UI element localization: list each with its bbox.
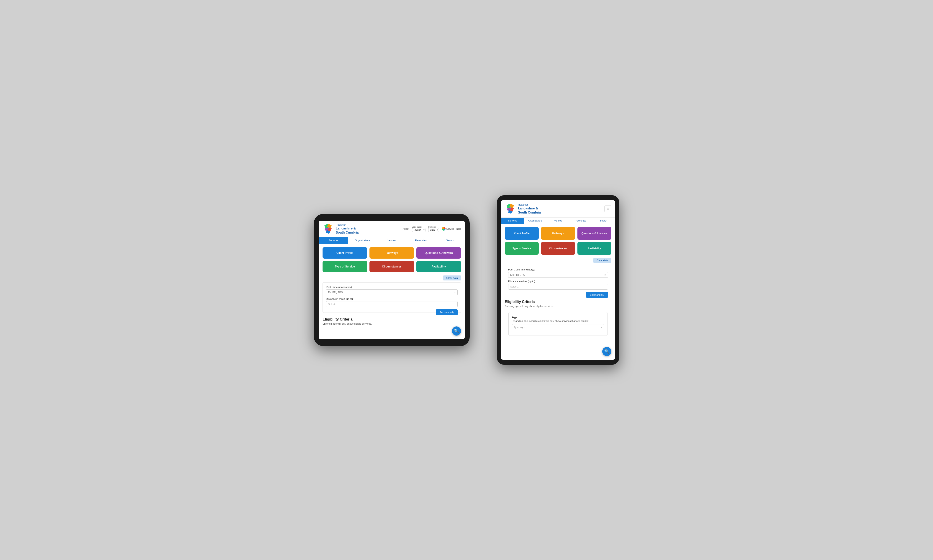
logo-icon — [322, 223, 333, 234]
service-finder-icon — [442, 227, 446, 231]
age-form-section: Age: By adding age, search results will … — [509, 312, 608, 336]
distance-select-right[interactable]: Select... 151020 — [508, 284, 608, 289]
logo-line2: Lancashire & — [336, 226, 359, 230]
left-header: Healthier Lancashire & South Cumbria Abo… — [319, 221, 465, 237]
eligibility-sub-right: Entering age will only show eligible ser… — [505, 305, 611, 308]
questions-answers-btn-left[interactable]: Questions & Answers — [416, 247, 461, 258]
tab-venues-left[interactable]: Venues — [377, 237, 406, 244]
right-header: Healthier Lancashire & South Cumbria ☰ — [501, 200, 615, 218]
client-profile-btn-right[interactable]: Client Profile — [505, 227, 539, 240]
postcode-clear-icon-right[interactable]: × — [604, 273, 606, 276]
postcode-input-wrapper-left: × — [326, 289, 458, 295]
language-group: Language: English — [412, 226, 426, 232]
distance-select-left[interactable]: Select... 151020 — [326, 301, 458, 307]
circumstances-btn-right[interactable]: Circumstances — [541, 242, 575, 255]
eligibility-sub-left: Entering age will only show eligible ser… — [322, 322, 461, 325]
context-select-wrapper[interactable]: Main — [428, 228, 439, 232]
distance-select-wrapper-left: Select... 151020 — [326, 301, 458, 307]
language-select[interactable]: English — [412, 228, 426, 232]
tab-search-left[interactable]: Search — [435, 237, 465, 244]
left-clear-row: Clear data — [319, 275, 465, 282]
postcode-label-left: Post Code (mandatory): — [326, 286, 458, 288]
about-link[interactable]: About — [403, 228, 409, 230]
postcode-input-wrapper-right: × — [508, 272, 608, 278]
eligibility-title-left: Eligibility Criteria — [322, 317, 461, 322]
logo-area: Healthier Lancashire & South Cumbria — [322, 223, 403, 235]
tab-organisations-right[interactable]: Organisations — [524, 218, 547, 224]
client-profile-btn-left[interactable]: Client Profile — [322, 247, 367, 258]
left-screen: Healthier Lancashire & South Cumbria Abo… — [319, 221, 465, 339]
tab-organisations-left[interactable]: Organisations — [348, 237, 377, 244]
availability-btn-left[interactable]: Availability — [416, 261, 461, 272]
right-form-section: Post Code (mandatory): × Distance in mil… — [505, 265, 611, 295]
hamburger-button[interactable]: ☰ — [605, 206, 611, 212]
age-input[interactable] — [512, 324, 604, 330]
right-nav-tabs: Services Organisations Venues Favourites… — [501, 218, 615, 224]
service-finder-badge: Service Finder — [442, 227, 461, 231]
circumstances-btn-left[interactable]: Circumstances — [370, 261, 414, 272]
set-manually-btn-left[interactable]: Set manually — [436, 309, 458, 315]
distance-select-wrapper-right: Select... 151020 — [508, 284, 608, 289]
type-of-service-btn-left[interactable]: Type of Service — [322, 261, 367, 272]
age-input-wrapper: × — [512, 324, 604, 330]
postcode-input-right[interactable] — [508, 272, 608, 278]
logo-text: Healthier Lancashire & South Cumbria — [336, 223, 359, 235]
right-logo-line3: South Cumbria — [518, 210, 541, 214]
clear-data-btn-left[interactable]: Clear data — [443, 275, 461, 280]
logo-line1: Healthier — [336, 223, 359, 226]
header-controls: About Language: English Context: Main — [403, 226, 461, 232]
right-eligibility-section: Eligibility Criteria Entering age will o… — [501, 297, 615, 310]
right-logo-icon — [505, 203, 516, 214]
right-logo-text: Healthier Lancashire & South Cumbria — [518, 203, 541, 215]
right-grid-buttons: Client Profile Pathways Questions & Answ… — [501, 224, 615, 257]
search-fab-right[interactable]: 🔍 — [602, 347, 611, 356]
right-logo-line1: Healthier — [518, 203, 541, 206]
service-finder-label: Service Finder — [446, 228, 461, 230]
left-eligibility-section: Eligibility Criteria Entering age will o… — [319, 315, 465, 327]
right-logo-line2: Lancashire & — [518, 206, 541, 210]
availability-btn-right[interactable]: Availability — [577, 242, 611, 255]
right-age-section: Age: By adding age, search results will … — [501, 310, 615, 342]
tab-favourites-left[interactable]: Favourites — [406, 237, 435, 244]
left-nav-tabs: Services Organisations Venues Favourites… — [319, 237, 465, 244]
age-sub: By adding age, search results will only … — [512, 320, 604, 322]
postcode-input-left[interactable] — [326, 289, 458, 295]
right-tablet: Healthier Lancashire & South Cumbria ☰ S… — [497, 195, 619, 365]
left-grid-buttons: Client Profile Pathways Questions & Answ… — [319, 244, 465, 275]
search-fab-left[interactable]: 🔍 — [452, 326, 461, 335]
left-form-section: Post Code (mandatory): × Distance in mil… — [322, 282, 461, 313]
tab-search-right[interactable]: Search — [592, 218, 615, 224]
logo-line3: South Cumbria — [336, 230, 359, 234]
right-logo-area: Healthier Lancashire & South Cumbria — [505, 203, 605, 215]
postcode-label-right: Post Code (mandatory): — [508, 268, 608, 271]
postcode-clear-icon-left[interactable]: × — [454, 291, 456, 294]
distance-label-left: Distance in miles (up to): — [326, 297, 458, 300]
tab-venues-right[interactable]: Venues — [547, 218, 569, 224]
tab-services-right[interactable]: Services — [501, 218, 524, 224]
language-select-wrapper[interactable]: English — [412, 228, 426, 232]
tab-favourites-right[interactable]: Favourites — [569, 218, 592, 224]
context-group: Context: Main — [428, 226, 439, 232]
context-select[interactable]: Main — [428, 228, 439, 232]
age-label: Age: — [512, 315, 604, 319]
pathways-btn-right[interactable]: Pathways — [541, 227, 575, 240]
clear-data-btn-right[interactable]: Clear data — [594, 258, 611, 263]
right-screen: Healthier Lancashire & South Cumbria ☰ S… — [501, 200, 615, 360]
left-tablet: Healthier Lancashire & South Cumbria Abo… — [314, 214, 470, 346]
tab-services-left[interactable]: Services — [319, 237, 348, 244]
distance-label-right: Distance in miles (up to): — [508, 280, 608, 283]
age-clear-icon[interactable]: × — [601, 325, 603, 329]
context-label: Context: — [428, 226, 436, 228]
pathways-btn-left[interactable]: Pathways — [370, 247, 414, 258]
language-label: Language: — [412, 226, 422, 228]
eligibility-title-right: Eligibility Criteria — [505, 300, 611, 304]
questions-answers-btn-right[interactable]: Questions & Answers — [577, 227, 611, 240]
type-of-service-btn-right[interactable]: Type of Service — [505, 242, 539, 255]
right-clear-row: Clear data — [501, 257, 615, 265]
set-manually-btn-right[interactable]: Set manually — [586, 292, 608, 298]
